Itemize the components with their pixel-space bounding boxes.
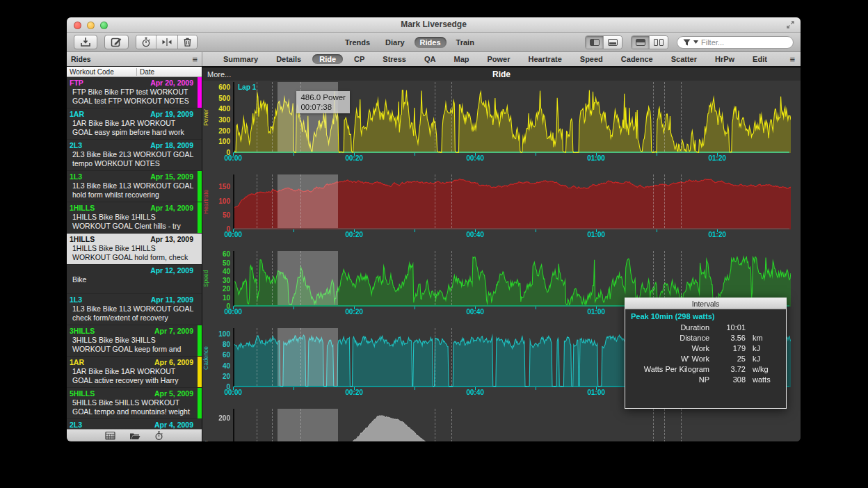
metric-label: W' Work (631, 354, 715, 364)
altitude-plot[interactable] (233, 409, 789, 441)
interval-marker (435, 251, 435, 305)
view-tab-trends[interactable]: Trends (339, 37, 376, 48)
folder-icon[interactable] (129, 432, 140, 440)
interval-marker (300, 328, 301, 386)
tab-qa[interactable]: QA (417, 54, 443, 64)
delete-activity-button[interactable] (178, 35, 197, 49)
ride-list-item[interactable]: 2L3 Apr 18, 2009 2L3 Bike Bike 2L3 WORKO… (67, 140, 202, 171)
color-band (198, 388, 202, 418)
workout-date: Apr 20, 2009 (150, 79, 193, 87)
metric-value: 3.56 (715, 333, 746, 343)
chart-menu-icon[interactable]: ≡ (789, 55, 795, 64)
chart-tab-bar: SummaryDetailsRideCPStressQAMapPowerHear… (202, 52, 801, 66)
metric-unit: km (746, 333, 779, 343)
activity-actions-group (136, 35, 198, 49)
sidebar-header: Rides ≡ (67, 52, 202, 66)
stopwatch-button[interactable] (136, 35, 156, 49)
ride-list-item[interactable]: FTP Apr 20, 2009 FTP Bike Bike FTP test … (67, 77, 202, 108)
ride-list-item[interactable]: 1AR Apr 19, 2009 1AR Bike Bike 1AR WORKO… (67, 108, 202, 140)
metric-unit: watts (746, 375, 779, 385)
selection-region[interactable] (278, 328, 338, 386)
tab-cadence[interactable]: Cadence (614, 54, 660, 64)
column-workout-code[interactable]: Workout Code (67, 68, 137, 76)
tab-scatter[interactable]: Scatter (664, 54, 704, 64)
color-band (198, 234, 202, 264)
ride-list-item[interactable]: 5HILLS Apr 5, 2009 5HILLS Bike 5HILLS WO… (67, 388, 202, 419)
ride-list-item[interactable]: 1L3 Apr 11, 2009 1L3 Bike Bike 1L3 WORKO… (67, 294, 202, 325)
interval-marker (664, 174, 665, 228)
ride-list-item[interactable]: 1HILLS Apr 13, 2009 1HILLS Bike Bike 1HI… (67, 234, 202, 265)
workout-description: Bike (70, 275, 195, 284)
toggle-bottombar-button[interactable] (604, 36, 622, 49)
selection-region[interactable] (278, 174, 338, 228)
view-tab-diary[interactable]: Diary (380, 37, 410, 48)
color-band (198, 140, 202, 170)
power-axis-label: Power (202, 82, 212, 153)
speed-y-ticks: 0102030405060 (212, 251, 233, 307)
manual-entry-button[interactable] (104, 35, 129, 49)
workout-date: Apr 13, 2009 (150, 235, 193, 243)
workout-date: Apr 15, 2009 (150, 172, 193, 181)
workout-code: 1L3 (70, 295, 82, 304)
view-tab-train[interactable]: Train (451, 37, 480, 48)
column-date[interactable]: Date (137, 68, 154, 76)
ride-list-item[interactable]: Apr 12, 2009 Bike (67, 265, 202, 294)
color-band (198, 171, 202, 202)
fullscreen-icon[interactable] (786, 20, 795, 29)
download-activity-button[interactable] (74, 35, 97, 49)
ride-list-item[interactable]: 1HILLS Apr 14, 2009 1HILLS Bike Bike 1HI… (67, 202, 202, 234)
single-layout-button[interactable] (632, 36, 650, 49)
tab-cp[interactable]: CP (347, 54, 371, 64)
chart-altitude: Altitude10015020000:0000:2000:4001:0001:… (202, 409, 801, 441)
power-plot[interactable]: Lap 1486.0 Power00:07:38 (233, 82, 789, 153)
interval-marker (451, 328, 452, 386)
view-tab-rides[interactable]: Rides (415, 37, 447, 48)
heartrate-plot[interactable] (233, 174, 789, 229)
ride-list-item[interactable]: 1L3 Apr 15, 2009 1L3 Bike Bike 1L3 WORKO… (67, 171, 202, 202)
interval-marker (435, 409, 435, 441)
sidebar-title: Rides (71, 55, 91, 63)
more-button[interactable]: More... (207, 70, 231, 79)
minimize-button[interactable] (87, 22, 95, 29)
sidebar-menu-icon[interactable]: ≡ (192, 55, 198, 64)
tab-edit[interactable]: Edit (746, 54, 774, 64)
metric-unit: kJ (746, 354, 779, 364)
tab-speed[interactable]: Speed (573, 54, 610, 64)
calendar-icon[interactable] (105, 431, 115, 440)
split-activity-button[interactable] (156, 35, 178, 49)
tab-map[interactable]: Map (447, 54, 476, 64)
interval-marker (272, 328, 273, 386)
heartrate-x-ticks: 00:0000:2000:4001:0001:20 (233, 231, 789, 240)
metric-value: 179 (715, 343, 746, 354)
tab-summary[interactable]: Summary (216, 54, 265, 64)
selection-region[interactable] (278, 409, 338, 441)
color-band (198, 419, 202, 429)
toggle-sidebar-button[interactable] (586, 36, 604, 49)
traffic-lights (74, 22, 108, 29)
metric-value: 3.72 (715, 364, 746, 375)
ride-list-item[interactable]: 3HILLS Apr 7, 2009 3HILLS Bike Bike 3HIL… (67, 325, 202, 357)
close-button[interactable] (74, 22, 81, 29)
tab-hrpw[interactable]: HrPw (708, 54, 741, 64)
stopwatch-icon[interactable] (154, 431, 163, 441)
filter-input[interactable]: Filter... (677, 36, 794, 49)
workout-description: 3HILLS Bike Bike 3HILLS WORKOUT GOAL kee… (70, 335, 195, 354)
metric-unit: w/kg (746, 364, 779, 375)
tab-stress[interactable]: Stress (376, 54, 413, 64)
ride-list-item[interactable]: 1AR Apr 6, 2009 1AR Bike Bike 1AR WORKOU… (67, 357, 202, 388)
list-column-header[interactable]: Workout Code Date (67, 67, 202, 77)
tab-heartrate[interactable]: Heartrate (522, 54, 569, 64)
workout-description: 1L3 Bike Bike 1L3 WORKOUT GOAL hold form… (70, 181, 195, 200)
metric-label: Work (631, 343, 715, 354)
tab-ride[interactable]: Ride (312, 54, 343, 64)
tab-details[interactable]: Details (269, 54, 308, 64)
zoom-button[interactable] (100, 22, 108, 29)
selection-region[interactable] (278, 251, 338, 305)
intervals-popup-title[interactable]: Intervals (625, 298, 786, 309)
interval-marker (257, 174, 257, 228)
tiled-layout-button[interactable] (650, 36, 668, 49)
tab-power[interactable]: Power (480, 54, 517, 64)
ride-list-item[interactable]: 2L3 Apr 4, 2009 2L3 Bike Bike 2L3 WORKOU… (67, 419, 202, 429)
intervals-popup[interactable]: Intervals Peak 10min (298 watts) Duratio… (625, 298, 787, 409)
heartrate-axis-label: Heartrate (202, 174, 212, 229)
